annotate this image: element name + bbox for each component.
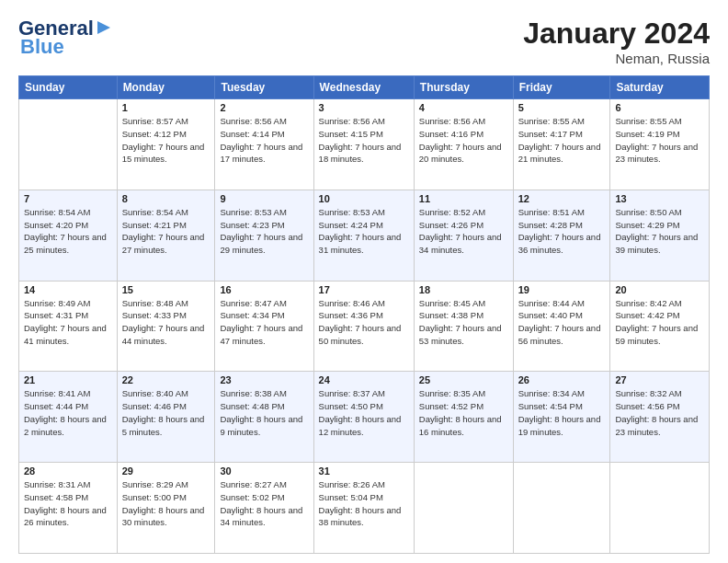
day-number: 10 [319, 193, 409, 204]
table-row [19, 99, 118, 190]
col-wednesday: Wednesday [313, 76, 414, 99]
day-info: Sunrise: 8:32 AMSunset: 4:56 PMDaylight:… [615, 387, 704, 438]
day-info: Sunrise: 8:27 AMSunset: 5:02 PMDaylight:… [220, 478, 308, 529]
col-thursday: Thursday [414, 76, 513, 99]
table-row: 9 Sunrise: 8:53 AMSunset: 4:23 PMDayligh… [215, 190, 313, 281]
table-row: 3 Sunrise: 8:56 AMSunset: 4:15 PMDayligh… [313, 99, 414, 190]
col-monday: Monday [117, 76, 215, 99]
table-row: 12 Sunrise: 8:51 AMSunset: 4:28 PMDaylig… [513, 190, 610, 281]
col-sunday: Sunday [19, 76, 118, 99]
day-info: Sunrise: 8:29 AMSunset: 5:00 PMDaylight:… [122, 478, 210, 529]
table-row: 19 Sunrise: 8:44 AMSunset: 4:40 PMDaylig… [513, 281, 610, 372]
location: Neman, Russia [523, 51, 710, 66]
table-row: 1 Sunrise: 8:57 AMSunset: 4:12 PMDayligh… [117, 99, 215, 190]
day-info: Sunrise: 8:47 AMSunset: 4:34 PMDaylight:… [220, 297, 308, 348]
day-info: Sunrise: 8:55 AMSunset: 4:19 PMDaylight:… [615, 115, 704, 166]
day-info: Sunrise: 8:46 AMSunset: 4:36 PMDaylight:… [319, 297, 409, 348]
day-number: 8 [122, 193, 210, 204]
table-row: 22 Sunrise: 8:40 AMSunset: 4:46 PMDaylig… [117, 372, 215, 463]
day-number: 29 [122, 465, 210, 477]
day-number: 2 [220, 102, 308, 113]
day-number: 4 [419, 102, 508, 113]
table-row: 26 Sunrise: 8:34 AMSunset: 4:54 PMDaylig… [513, 372, 610, 463]
logo-arrow-icon [96, 19, 112, 36]
day-number: 17 [319, 284, 409, 295]
table-row: 14 Sunrise: 8:49 AMSunset: 4:31 PMDaylig… [19, 281, 118, 372]
day-info: Sunrise: 8:56 AMSunset: 4:14 PMDaylight:… [220, 115, 308, 166]
table-row [610, 463, 710, 554]
table-row: 11 Sunrise: 8:52 AMSunset: 4:26 PMDaylig… [414, 190, 513, 281]
day-number: 26 [518, 374, 606, 385]
day-number: 15 [122, 284, 210, 295]
header: General Blue January 2024 Neman, Russia [18, 17, 710, 66]
table-row: 10 Sunrise: 8:53 AMSunset: 4:24 PMDaylig… [313, 190, 414, 281]
day-info: Sunrise: 8:52 AMSunset: 4:26 PMDaylight:… [419, 206, 508, 257]
day-number: 12 [518, 193, 606, 204]
page: General Blue January 2024 Neman, Russia … [0, 0, 728, 563]
day-number: 20 [615, 284, 704, 295]
table-row: 4 Sunrise: 8:56 AMSunset: 4:16 PMDayligh… [414, 99, 513, 190]
day-info: Sunrise: 8:56 AMSunset: 4:16 PMDaylight:… [419, 115, 508, 166]
table-row: 8 Sunrise: 8:54 AMSunset: 4:21 PMDayligh… [117, 190, 215, 281]
day-number: 21 [24, 374, 112, 385]
col-tuesday: Tuesday [215, 76, 313, 99]
month-title: January 2024 [523, 17, 710, 51]
table-row: 30 Sunrise: 8:27 AMSunset: 5:02 PMDaylig… [215, 463, 313, 554]
day-number: 27 [615, 374, 704, 385]
table-row: 28 Sunrise: 8:31 AMSunset: 4:58 PMDaylig… [19, 463, 118, 554]
day-number: 9 [220, 193, 308, 204]
day-info: Sunrise: 8:48 AMSunset: 4:33 PMDaylight:… [122, 297, 210, 348]
day-info: Sunrise: 8:37 AMSunset: 4:50 PMDaylight:… [319, 387, 409, 438]
table-row: 27 Sunrise: 8:32 AMSunset: 4:56 PMDaylig… [610, 372, 710, 463]
table-row: 20 Sunrise: 8:42 AMSunset: 4:42 PMDaylig… [610, 281, 710, 372]
day-info: Sunrise: 8:49 AMSunset: 4:31 PMDaylight:… [24, 297, 112, 348]
table-row: 2 Sunrise: 8:56 AMSunset: 4:14 PMDayligh… [215, 99, 313, 190]
col-friday: Friday [513, 76, 610, 99]
day-info: Sunrise: 8:38 AMSunset: 4:48 PMDaylight:… [220, 387, 308, 438]
day-number: 5 [518, 102, 606, 113]
day-number: 1 [122, 102, 210, 113]
table-row: 17 Sunrise: 8:46 AMSunset: 4:36 PMDaylig… [313, 281, 414, 372]
table-row: 24 Sunrise: 8:37 AMSunset: 4:50 PMDaylig… [313, 372, 414, 463]
day-info: Sunrise: 8:54 AMSunset: 4:21 PMDaylight:… [122, 206, 210, 257]
table-row: 18 Sunrise: 8:45 AMSunset: 4:38 PMDaylig… [414, 281, 513, 372]
table-row: 23 Sunrise: 8:38 AMSunset: 4:48 PMDaylig… [215, 372, 313, 463]
day-number: 14 [24, 284, 112, 295]
table-row: 13 Sunrise: 8:50 AMSunset: 4:29 PMDaylig… [610, 190, 710, 281]
svg-marker-0 [97, 21, 110, 34]
table-row [513, 463, 610, 554]
table-row: 25 Sunrise: 8:35 AMSunset: 4:52 PMDaylig… [414, 372, 513, 463]
day-info: Sunrise: 8:35 AMSunset: 4:52 PMDaylight:… [419, 387, 508, 438]
title-block: January 2024 Neman, Russia [523, 17, 710, 66]
day-info: Sunrise: 8:55 AMSunset: 4:17 PMDaylight:… [518, 115, 606, 166]
day-info: Sunrise: 8:41 AMSunset: 4:44 PMDaylight:… [24, 387, 112, 438]
logo-blue-text: Blue [20, 35, 64, 59]
day-number: 7 [24, 193, 112, 204]
day-info: Sunrise: 8:50 AMSunset: 4:29 PMDaylight:… [615, 206, 704, 257]
day-info: Sunrise: 8:57 AMSunset: 4:12 PMDaylight:… [122, 115, 210, 166]
day-number: 31 [319, 465, 409, 477]
day-info: Sunrise: 8:31 AMSunset: 4:58 PMDaylight:… [24, 478, 112, 529]
day-number: 6 [615, 102, 704, 113]
day-number: 19 [518, 284, 606, 295]
day-number: 30 [220, 465, 308, 477]
day-number: 11 [419, 193, 508, 204]
day-number: 25 [419, 374, 508, 385]
day-info: Sunrise: 8:44 AMSunset: 4:40 PMDaylight:… [518, 297, 606, 348]
table-row: 15 Sunrise: 8:48 AMSunset: 4:33 PMDaylig… [117, 281, 215, 372]
day-number: 3 [319, 102, 409, 113]
table-row: 29 Sunrise: 8:29 AMSunset: 5:00 PMDaylig… [117, 463, 215, 554]
day-number: 23 [220, 374, 308, 385]
day-number: 28 [24, 465, 112, 477]
day-number: 18 [419, 284, 508, 295]
table-row: 21 Sunrise: 8:41 AMSunset: 4:44 PMDaylig… [19, 372, 118, 463]
day-number: 13 [615, 193, 704, 204]
day-info: Sunrise: 8:40 AMSunset: 4:46 PMDaylight:… [122, 387, 210, 438]
day-info: Sunrise: 8:26 AMSunset: 5:04 PMDaylight:… [319, 478, 409, 529]
calendar-header-row: Sunday Monday Tuesday Wednesday Thursday… [19, 76, 710, 99]
day-info: Sunrise: 8:51 AMSunset: 4:28 PMDaylight:… [518, 206, 606, 257]
table-row: 7 Sunrise: 8:54 AMSunset: 4:20 PMDayligh… [19, 190, 118, 281]
day-info: Sunrise: 8:53 AMSunset: 4:24 PMDaylight:… [319, 206, 409, 257]
day-info: Sunrise: 8:45 AMSunset: 4:38 PMDaylight:… [419, 297, 508, 348]
day-info: Sunrise: 8:42 AMSunset: 4:42 PMDaylight:… [615, 297, 704, 348]
